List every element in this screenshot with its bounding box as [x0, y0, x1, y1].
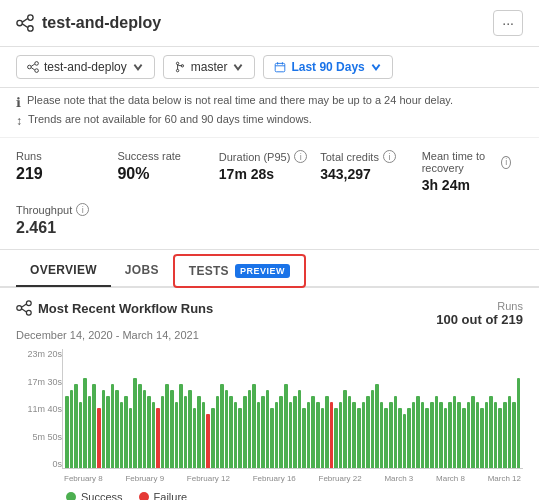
- project-dropdown[interactable]: test-and-deploy: [16, 55, 155, 79]
- svg-line-3: [22, 19, 27, 23]
- bar-fill-29: [197, 396, 201, 468]
- duration-info-icon[interactable]: i: [294, 150, 307, 163]
- bar-fill-28: [193, 408, 197, 468]
- x-label-0: February 8: [64, 474, 103, 483]
- bar-32: [211, 349, 215, 468]
- svg-rect-14: [276, 63, 286, 71]
- bar-fill-23: [170, 390, 174, 468]
- stat-throughput: Throughput i 2.461: [16, 203, 523, 237]
- bar-3: [79, 349, 83, 468]
- credits-info-icon[interactable]: i: [383, 150, 396, 163]
- bar-fill-5: [88, 396, 92, 468]
- bar-fill-21: [161, 396, 165, 468]
- bar-4: [83, 349, 87, 468]
- chart-section: Most Recent Workflow Runs Runs 100 out o…: [0, 288, 539, 500]
- bar-16: [138, 349, 142, 468]
- bar-65: [362, 349, 366, 468]
- x-label-3: February 16: [253, 474, 296, 483]
- bar-fill-70: [384, 408, 388, 468]
- bar-37: [234, 349, 238, 468]
- notice-text-2: Trends are not available for 60 and 90 d…: [28, 113, 312, 125]
- bar-fill-63: [352, 402, 356, 468]
- bar-fill-45: [270, 408, 274, 468]
- chart-title-icon: [16, 300, 32, 316]
- bar-8: [102, 349, 106, 468]
- stat-mean-time-label: Mean time to recovery i: [422, 150, 511, 174]
- bar-9: [106, 349, 110, 468]
- bar-fill-8: [102, 390, 106, 468]
- bar-47: [279, 349, 283, 468]
- tab-overview[interactable]: OVERVIEW: [16, 255, 111, 287]
- bar-27: [188, 349, 192, 468]
- bar-66: [366, 349, 370, 468]
- bar-fill-96: [503, 402, 507, 468]
- bar-25: [179, 349, 183, 468]
- bar-fill-27: [188, 390, 192, 468]
- bar-fill-50: [293, 396, 297, 468]
- date-range-dropdown[interactable]: Last 90 Days: [263, 55, 392, 79]
- bar-39: [243, 349, 247, 468]
- bar-74: [403, 349, 407, 468]
- bar-15: [133, 349, 137, 468]
- bar-fill-30: [202, 402, 206, 468]
- bar-73: [398, 349, 402, 468]
- y-label-0: 23m 20s: [16, 349, 62, 359]
- bar-fill-49: [289, 402, 293, 468]
- stat-mean-time: Mean time to recovery i 3h 24m: [422, 150, 523, 193]
- stat-duration-label: Duration (P95) i: [219, 150, 308, 163]
- bar-60: [339, 349, 343, 468]
- tab-tests-wrapper[interactable]: TESTS PREVIEW: [173, 254, 306, 288]
- x-label-2: February 12: [187, 474, 230, 483]
- bar-0: [65, 349, 69, 468]
- bar-17: [143, 349, 147, 468]
- bar-fill-13: [124, 396, 128, 468]
- bar-81: [435, 349, 439, 468]
- bar-56: [321, 349, 325, 468]
- bar-61: [343, 349, 347, 468]
- x-labels: February 8 February 9 February 12 Februa…: [62, 471, 523, 483]
- bar-58: [330, 349, 334, 468]
- bar-48: [284, 349, 288, 468]
- bar-80: [430, 349, 434, 468]
- bar-fill-46: [275, 402, 279, 468]
- bar-fill-14: [129, 408, 133, 468]
- bar-98: [512, 349, 516, 468]
- notice-1: ℹ Please note that the data below is not…: [16, 94, 523, 110]
- notice-2: ↕ Trends are not available for 60 and 90…: [16, 113, 523, 128]
- stats-section: Runs 219 Success rate 90% Duration (P95)…: [0, 138, 539, 250]
- bar-89: [471, 349, 475, 468]
- bar-fill-44: [266, 390, 270, 468]
- project-label: test-and-deploy: [44, 60, 127, 74]
- header: test-and-deploy ···: [0, 0, 539, 47]
- mean-time-info-icon[interactable]: i: [501, 156, 511, 169]
- chart-date-range: December 14, 2020 - March 14, 2021: [16, 329, 523, 341]
- legend-success-label: Success: [81, 491, 123, 500]
- bar-19: [152, 349, 156, 468]
- bar-53: [307, 349, 311, 468]
- bar-2: [74, 349, 78, 468]
- bar-fill-97: [508, 396, 512, 468]
- bar-fill-77: [416, 396, 420, 468]
- workflow-icon: [16, 14, 34, 32]
- chart-bars: [62, 349, 523, 469]
- bar-fill-40: [248, 390, 252, 468]
- chart-title: Most Recent Workflow Runs: [16, 300, 213, 316]
- bar-fill-81: [435, 396, 439, 468]
- svg-point-7: [35, 69, 39, 73]
- bar-72: [394, 349, 398, 468]
- stat-success-rate-label: Success rate: [117, 150, 206, 162]
- bar-63: [352, 349, 356, 468]
- branch-dropdown[interactable]: master: [163, 55, 256, 79]
- bar-70: [384, 349, 388, 468]
- bar-34: [220, 349, 224, 468]
- bar-fill-54: [311, 396, 315, 468]
- bar-fill-57: [325, 396, 329, 468]
- bar-6: [92, 349, 96, 468]
- bar-fill-86: [457, 402, 461, 468]
- bar-fill-2: [74, 384, 78, 468]
- tab-jobs[interactable]: JOBS: [111, 255, 173, 287]
- throughput-info-icon[interactable]: i: [76, 203, 89, 216]
- bar-fill-87: [462, 408, 466, 468]
- bar-79: [425, 349, 429, 468]
- more-options-button[interactable]: ···: [493, 10, 523, 36]
